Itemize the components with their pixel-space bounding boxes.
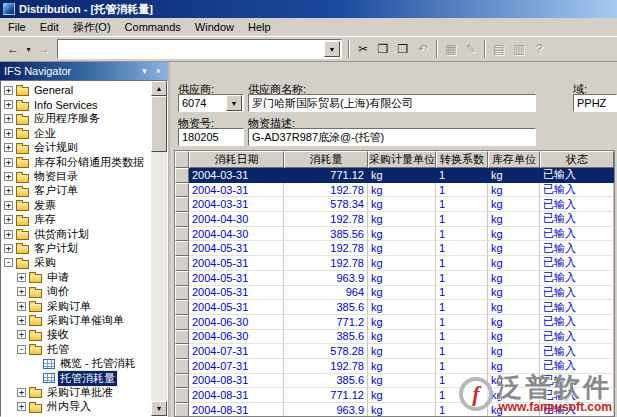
row-selector[interactable]: [175, 212, 189, 227]
expand-icon[interactable]: +: [17, 330, 26, 339]
cell[interactable]: 1: [436, 271, 488, 286]
cell[interactable]: 1: [436, 212, 488, 227]
cell[interactable]: 已输入: [540, 271, 614, 286]
scroll-down-icon[interactable]: ▼: [151, 401, 167, 416]
expand-icon[interactable]: +: [4, 129, 13, 138]
cell[interactable]: 已输入: [540, 315, 614, 330]
cell[interactable]: 2004-05-31: [189, 256, 284, 271]
tree-item-1[interactable]: +Info Services: [1, 97, 151, 111]
row-selector[interactable]: [175, 183, 189, 198]
cell[interactable]: 2004-03-31: [189, 183, 284, 198]
tree-item-0[interactable]: +General: [1, 83, 151, 97]
cell[interactable]: 已输入: [540, 212, 614, 227]
cell[interactable]: 385.6: [284, 300, 368, 315]
cell[interactable]: 2004-04-30: [189, 212, 284, 227]
cell[interactable]: kg: [368, 212, 436, 227]
table-row-13[interactable]: 2004-07-31578.28kg1kg已输入: [175, 344, 614, 359]
cell[interactable]: kg: [368, 374, 436, 389]
tree-item-21[interactable]: +采购订单批准: [1, 385, 151, 399]
cell[interactable]: kg: [368, 344, 436, 359]
cell[interactable]: 385.6: [284, 374, 368, 389]
cell[interactable]: 2004-05-31: [189, 300, 284, 315]
row-selector[interactable]: [175, 359, 189, 374]
supplier-name-field[interactable]: 罗门哈斯国际贸易(上海)有限公司: [248, 94, 536, 112]
cell[interactable]: kg: [488, 168, 540, 183]
cell[interactable]: kg: [488, 330, 540, 345]
expand-icon[interactable]: +: [4, 158, 13, 167]
tree-item-15[interactable]: +采购订单: [1, 299, 151, 313]
cell[interactable]: 1: [436, 359, 488, 374]
cell[interactable]: 2004-06-30: [189, 330, 284, 345]
menu-item-2[interactable]: Edit: [33, 19, 66, 35]
cell[interactable]: kg: [488, 344, 540, 359]
cell[interactable]: 已输入: [540, 330, 614, 345]
cell[interactable]: 1: [436, 197, 488, 212]
column-header-6[interactable]: 状态: [540, 151, 614, 168]
row-selector[interactable]: [175, 197, 189, 212]
tree-item-17[interactable]: +接收: [1, 328, 151, 342]
table-row-9[interactable]: 2004-05-31964kg1kg已输入: [175, 286, 614, 301]
cell[interactable]: 已输入: [540, 256, 614, 271]
supplier-dropdown-icon[interactable]: ▼: [226, 95, 242, 111]
cell[interactable]: kg: [368, 315, 436, 330]
cell[interactable]: 1: [436, 241, 488, 256]
cell[interactable]: 1: [436, 315, 488, 330]
expand-icon[interactable]: +: [4, 100, 13, 109]
supplier-combo[interactable]: 6074 ▼: [178, 94, 244, 112]
cell[interactable]: 2004-08-31: [189, 388, 284, 403]
table-row-6[interactable]: 2004-05-31192.78kg1kg已输入: [175, 241, 614, 256]
paste-icon[interactable]: ❒: [393, 39, 413, 59]
expand-icon[interactable]: +: [17, 402, 26, 411]
expand-icon[interactable]: +: [4, 172, 13, 181]
collapse-icon[interactable]: -: [17, 345, 26, 354]
back-history-dropdown-icon[interactable]: ▾: [23, 39, 34, 59]
cell[interactable]: kg: [368, 241, 436, 256]
tree-item-16[interactable]: +采购订单催询单: [1, 313, 151, 327]
tree-item-9[interactable]: +库存: [1, 213, 151, 227]
expand-icon[interactable]: +: [4, 186, 13, 195]
cell[interactable]: kg: [488, 241, 540, 256]
tree-item-12[interactable]: -采购: [1, 256, 151, 270]
menu-item-5[interactable]: Window: [188, 19, 241, 35]
tree-item-19[interactable]: 概览 - 托管消耗: [1, 356, 151, 370]
row-selector[interactable]: [175, 315, 189, 330]
menu-item-6[interactable]: Help: [241, 19, 278, 35]
cell[interactable]: 已输入: [540, 183, 614, 198]
cell[interactable]: 385.6: [284, 330, 368, 345]
cell[interactable]: 已输入: [540, 300, 614, 315]
cell[interactable]: 2004-03-31: [189, 197, 284, 212]
cell[interactable]: 2004-05-31: [189, 241, 284, 256]
cell[interactable]: 1: [436, 300, 488, 315]
expand-icon[interactable]: +: [4, 215, 13, 224]
cell[interactable]: 已输入: [540, 197, 614, 212]
column-header-5[interactable]: 库存单位: [488, 151, 540, 168]
expand-icon[interactable]: +: [17, 302, 26, 311]
expand-icon[interactable]: +: [4, 244, 13, 253]
cell[interactable]: kg: [488, 183, 540, 198]
cell[interactable]: 1: [436, 256, 488, 271]
row-selector[interactable]: [175, 286, 189, 301]
expand-icon[interactable]: +: [17, 316, 26, 325]
tree-item-20[interactable]: 托管消耗量: [1, 371, 151, 385]
column-header-1[interactable]: 消耗日期: [189, 151, 284, 168]
cell[interactable]: 1: [436, 227, 488, 242]
cell[interactable]: 2004-08-31: [189, 403, 284, 416]
tree-item-4[interactable]: +会计规则: [1, 141, 151, 155]
cell[interactable]: kg: [488, 197, 540, 212]
row-selector[interactable]: [175, 227, 189, 242]
tree-item-22[interactable]: +州内导入: [1, 400, 151, 414]
row-selector[interactable]: [175, 330, 189, 345]
cell[interactable]: 2004-08-31: [189, 374, 284, 389]
domain-field[interactable]: PPHZ: [573, 94, 617, 112]
cell[interactable]: 已输入: [540, 227, 614, 242]
menu-item-3[interactable]: 操作(O): [66, 18, 118, 37]
cell[interactable]: 771.12: [284, 388, 368, 403]
part-no-field[interactable]: 180205: [178, 128, 244, 146]
row-selector[interactable]: [175, 300, 189, 315]
table-row-8[interactable]: 2004-05-31963.9kg1kg已输入: [175, 271, 614, 286]
cell[interactable]: 192.78: [284, 241, 368, 256]
row-selector[interactable]: [175, 271, 189, 286]
cell[interactable]: kg: [368, 403, 436, 416]
table-row-4[interactable]: 2004-04-30192.78kg1kg已输入: [175, 212, 614, 227]
cell[interactable]: 2004-07-31: [189, 359, 284, 374]
